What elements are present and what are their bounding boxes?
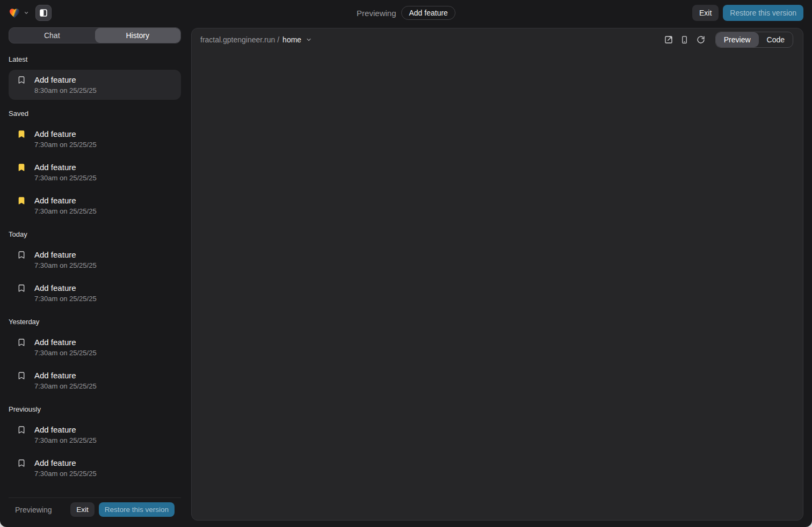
bookmark-outline-icon [17, 459, 26, 467]
tab-chat[interactable]: Chat [9, 28, 95, 43]
history-version-item[interactable]: Add feature7:30am on 25/25/25 [9, 332, 181, 362]
sidebar: Chat History LatestAdd feature8:30am on … [9, 27, 181, 521]
bookmark-outline-icon [17, 284, 26, 292]
bookmark-outline-icon [17, 371, 26, 380]
previewing-label: Previewing [357, 9, 396, 18]
brand-group[interactable] [9, 8, 29, 18]
url-chevron-down-icon [306, 36, 312, 43]
lovable-heart-logo-icon[interactable] [9, 8, 20, 18]
view-mode-toggle: Preview Code [715, 32, 793, 48]
history-section-label: Yesterday [9, 318, 181, 326]
bookmark-outline-icon [17, 426, 26, 434]
footer-previewing-label: Previewing [15, 506, 52, 514]
preview-url-selector[interactable]: fractal.gptengineer.run / home [200, 35, 312, 44]
preview-url-page: home [282, 35, 301, 44]
history-item-timestamp: 7:30am on 25/25/25 [34, 382, 172, 390]
history-version-item[interactable]: Add feature7:30am on 25/25/25 [9, 365, 181, 396]
history-item-title: Add feature [34, 283, 76, 292]
history-item-timestamp: 7:30am on 25/25/25 [34, 174, 172, 182]
preview-panel-header: fractal.gptengineer.run / home [192, 28, 803, 51]
bookmark-outline-icon [17, 251, 26, 259]
history-item-title: Add feature [34, 425, 76, 434]
history-section-label: Today [9, 230, 181, 238]
tab-history[interactable]: History [95, 28, 181, 43]
history-item-timestamp: 7:30am on 25/25/25 [34, 349, 172, 357]
history-section-label: Saved [9, 109, 181, 118]
sidebar-toggle-button[interactable] [35, 5, 52, 21]
bookmark-outline-icon [17, 76, 26, 84]
history-item-timestamp: 8:30am on 25/25/25 [34, 86, 172, 94]
sidebar-tab-group: Chat History [9, 27, 181, 43]
history-list: LatestAdd feature8:30am on 25/25/25Saved… [9, 46, 181, 497]
history-item-title-row: Add feature [17, 75, 172, 84]
history-version-item[interactable]: Add feature7:30am on 25/25/25 [9, 157, 181, 187]
history-version-item[interactable]: Add feature8:30am on 25/25/25 [9, 70, 181, 100]
history-item-title: Add feature [34, 196, 76, 205]
history-item-title: Add feature [34, 371, 76, 380]
history-version-item[interactable]: Add feature7:30am on 25/25/25 [9, 420, 181, 450]
history-version-item[interactable]: Add feature7:30am on 25/25/25 [9, 245, 181, 275]
refresh-icon [697, 35, 705, 44]
history-item-timestamp: 7:30am on 25/25/25 [34, 141, 172, 149]
refresh-button[interactable] [694, 33, 708, 47]
history-item-timestamp: 7:30am on 25/25/25 [34, 436, 172, 444]
history-item-title-row: Add feature [17, 425, 172, 434]
history-version-item[interactable]: Add feature7:30am on 25/25/25 [9, 453, 181, 483]
topbar-actions: Exit Restore this version [692, 5, 803, 21]
version-name-badge[interactable]: Add feature [401, 6, 455, 20]
history-item-title: Add feature [34, 163, 76, 172]
history-item-title-row: Add feature [17, 338, 172, 347]
history-item-title-row: Add feature [17, 458, 172, 467]
history-version-item[interactable]: Add feature7:30am on 25/25/25 [9, 191, 181, 221]
topbar-status-group: Previewing Add feature [357, 0, 455, 26]
preview-panel-actions: Preview Code [662, 32, 793, 48]
preview-panel: fractal.gptengineer.run / home [191, 28, 803, 521]
panel-left-icon [39, 9, 48, 17]
history-version-item[interactable]: Add feature7:30am on 25/25/25 [9, 278, 181, 308]
footer-restore-version-button[interactable]: Restore this version [99, 502, 175, 517]
history-item-timestamp: 7:30am on 25/25/25 [34, 295, 172, 303]
preview-url-prefix: fractal.gptengineer.run / [200, 35, 279, 44]
restore-version-button[interactable]: Restore this version [723, 5, 803, 21]
history-version-item[interactable]: Add feature7:30am on 25/25/25 [9, 124, 181, 154]
history-item-title: Add feature [34, 129, 76, 138]
history-item-title-row: Add feature [17, 129, 172, 138]
history-section-label: Previously [9, 405, 181, 413]
footer-exit-button[interactable]: Exit [70, 502, 95, 517]
history-item-title: Add feature [34, 75, 76, 84]
bookmark-filled-icon [17, 130, 26, 138]
history-item-title: Add feature [34, 458, 76, 467]
history-item-title-row: Add feature [17, 250, 172, 259]
history-item-title-row: Add feature [17, 371, 172, 380]
history-item-title: Add feature [34, 250, 76, 259]
app-window: Previewing Add feature Exit Restore this… [0, 0, 812, 527]
history-item-timestamp: 7:30am on 25/25/25 [34, 470, 172, 478]
history-item-title-row: Add feature [17, 196, 172, 205]
top-bar: Previewing Add feature Exit Restore this… [0, 0, 812, 26]
history-item-title-row: Add feature [17, 283, 172, 292]
bookmark-outline-icon [17, 338, 26, 347]
tab-preview[interactable]: Preview [716, 32, 759, 47]
mobile-preview-button[interactable] [678, 33, 692, 47]
tab-code[interactable]: Code [759, 32, 793, 47]
bookmark-filled-icon [17, 163, 26, 172]
open-in-new-tab-button[interactable] [662, 33, 676, 47]
open-in-new-tab-icon [664, 35, 673, 44]
history-item-timestamp: 7:30am on 25/25/25 [34, 207, 172, 215]
bookmark-filled-icon [17, 196, 26, 205]
history-item-timestamp: 7:30am on 25/25/25 [34, 261, 172, 269]
history-section-label: Latest [9, 55, 181, 63]
brand-chevron-down-icon[interactable] [24, 10, 29, 16]
history-item-title-row: Add feature [17, 163, 172, 172]
history-item-title: Add feature [34, 338, 76, 347]
exit-button[interactable]: Exit [692, 5, 719, 21]
sidebar-footer: Previewing Exit Restore this version [9, 497, 181, 521]
mobile-preview-icon [680, 35, 688, 44]
